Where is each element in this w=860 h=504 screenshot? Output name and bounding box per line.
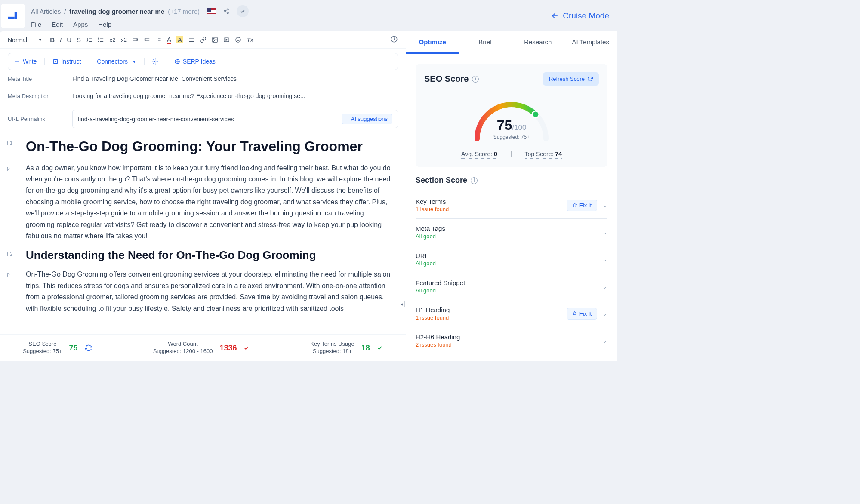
section-row[interactable]: Key Terms1 issue foundFix It⌄ (416, 192, 607, 219)
tab-optimize[interactable]: Optimize (406, 31, 459, 54)
breadcrumb-more[interactable]: (+17 more) (168, 8, 200, 15)
link-button[interactable] (200, 37, 207, 43)
share-icon[interactable] (220, 5, 232, 17)
menu-apps[interactable]: Apps (73, 21, 88, 28)
paragraph[interactable]: On-The-Go Dog Grooming offers convenient… (26, 269, 393, 314)
chevron-down-icon[interactable]: ⌄ (602, 283, 607, 290)
svg-point-11 (236, 37, 240, 42)
menu-file[interactable]: File (31, 21, 41, 28)
highlight-button[interactable]: A (176, 36, 183, 43)
info-icon[interactable]: i (472, 76, 479, 83)
breadcrumb-root[interactable]: All Articles (31, 8, 61, 15)
top-score: Top Score: 74 (525, 151, 562, 159)
cruise-mode-button[interactable]: Cruise Mode (551, 11, 609, 21)
svg-rect-0 (8, 16, 15, 19)
style-selector[interactable]: Normal▾ (8, 37, 41, 43)
svg-point-5 (99, 38, 99, 39)
chevron-down-icon[interactable]: ⌄ (602, 337, 607, 344)
section-row[interactable]: H1 Heading1 issue foundFix It⌄ (416, 300, 607, 327)
settings-icon[interactable] (152, 58, 158, 65)
svg-point-7 (99, 41, 99, 42)
svg-rect-1 (15, 12, 17, 19)
chevron-down-icon[interactable]: ⌄ (602, 229, 607, 236)
flag-icon[interactable] (207, 8, 216, 14)
strike-button[interactable]: S (77, 36, 81, 43)
section-row[interactable]: H2-H6 Heading2 issues found⌄ (416, 327, 607, 354)
svg-point-13 (154, 61, 156, 62)
tab-brief[interactable]: Brief (459, 31, 512, 54)
history-icon[interactable] (390, 35, 398, 44)
italic-button[interactable]: I (60, 36, 62, 43)
status-bar: SEO ScoreSuggested: 75+ 75 Word CountSug… (0, 334, 406, 361)
chevron-down-icon[interactable]: ⌄ (602, 310, 607, 317)
h2-heading[interactable]: Understanding the Need for On-The-Go Dog… (26, 249, 316, 262)
serp-ideas-button[interactable]: SERP Ideas (174, 58, 216, 65)
section-row[interactable]: Meta TagsAll good⌄ (416, 219, 607, 246)
section-row[interactable]: Featured SnippetAll good⌄ (416, 273, 607, 300)
underline-button[interactable]: U (67, 36, 71, 43)
key-terms-value: 18 (361, 344, 370, 353)
meta-desc-row: Meta Description Looking for a traveling… (0, 87, 406, 104)
content-editor[interactable]: h1On-The-Go Dog Grooming: Your Traveling… (0, 133, 406, 334)
connectors-button[interactable]: Connectors▼ (97, 58, 136, 65)
ai-toolbar: Write Instruct Connectors▼ SERP Ideas (8, 53, 398, 70)
fix-it-button[interactable]: Fix It (567, 200, 597, 211)
menu-help[interactable]: Help (98, 21, 111, 28)
avg-score: Avg. Score: 0 (461, 151, 497, 159)
section-row[interactable]: URLAll good⌄ (416, 246, 607, 273)
tab-ai-templates[interactable]: AI Templates (564, 31, 617, 54)
breadcrumb-title[interactable]: traveling dog groomer near me (69, 8, 164, 15)
menubar: File Edit Apps Help (31, 21, 545, 28)
svg-point-3 (224, 10, 226, 12)
superscript-button[interactable]: x2 (120, 36, 126, 43)
subscript-button[interactable]: x2 (109, 36, 115, 43)
align-button[interactable] (188, 37, 195, 43)
indent-button[interactable] (144, 37, 150, 43)
unordered-list-button[interactable] (98, 37, 104, 43)
paragraph[interactable]: As a dog owner, you know how important i… (26, 163, 393, 242)
meta-desc-input[interactable]: Looking for a traveling dog groomer near… (72, 92, 398, 99)
word-count-value: 1336 (219, 344, 237, 353)
format-toolbar: Normal▾ B I U S x2 x2 A A (0, 31, 406, 49)
app-logo[interactable] (1, 4, 25, 28)
resize-handle[interactable]: ◂│▸ (401, 301, 406, 307)
chevron-down-icon[interactable]: ⌄ (602, 256, 607, 263)
meta-title-row: Meta Title Find a Traveling Dog Groomer … (0, 70, 406, 87)
clear-format-button[interactable]: Tx (247, 36, 253, 43)
image-button[interactable] (212, 37, 218, 43)
svg-point-6 (99, 40, 99, 40)
instruct-button[interactable]: Instruct (52, 58, 81, 65)
score-gauge: 75/100 Suggested: 75+ (424, 92, 599, 144)
text-color-button[interactable]: A (167, 36, 171, 44)
emoji-button[interactable] (235, 37, 241, 43)
meta-title-input[interactable]: Find a Traveling Dog Groomer Near Me: Co… (72, 75, 398, 82)
permalink-input[interactable]: find-a-traveling-dog-groomer-near-me-con… (78, 116, 234, 123)
bold-button[interactable]: B (50, 36, 55, 43)
panel-tabs: Optimize Brief Research AI Templates (406, 31, 617, 54)
h1-heading[interactable]: On-The-Go Dog Grooming: Your Traveling G… (26, 138, 363, 156)
ai-suggestions-button[interactable]: + AI suggestions (342, 114, 392, 124)
svg-point-9 (213, 38, 214, 39)
check-icon[interactable] (237, 5, 249, 17)
svg-point-14 (532, 111, 539, 118)
refresh-score-button[interactable]: Refresh Score (543, 72, 599, 86)
write-button[interactable]: Write (14, 58, 37, 65)
svg-point-4 (227, 12, 229, 14)
breadcrumb: All Articles / traveling dog groomer nea… (31, 5, 545, 17)
tab-research[interactable]: Research (512, 31, 564, 54)
fix-it-button[interactable]: Fix It (567, 308, 597, 320)
refresh-icon[interactable] (85, 344, 92, 352)
check-icon (244, 345, 250, 351)
seo-score-card: SEO Scorei Refresh Score 75/100 Suggeste… (416, 64, 607, 167)
chevron-down-icon[interactable]: ⌄ (602, 202, 607, 209)
quote-button[interactable] (155, 37, 162, 43)
video-button[interactable] (223, 37, 230, 43)
permalink-row: URL Permalink find-a-traveling-dog-groom… (0, 104, 406, 133)
section-row[interactable]: Content Depth2 issues found⌄ (416, 354, 607, 361)
outdent-button[interactable] (132, 37, 139, 43)
side-panel: Optimize Brief Research AI Templates SEO… (406, 31, 617, 361)
ordered-list-button[interactable] (86, 37, 92, 43)
info-icon[interactable]: i (471, 177, 478, 184)
menu-edit[interactable]: Edit (52, 21, 63, 28)
seo-score-value: 75 (69, 344, 78, 353)
